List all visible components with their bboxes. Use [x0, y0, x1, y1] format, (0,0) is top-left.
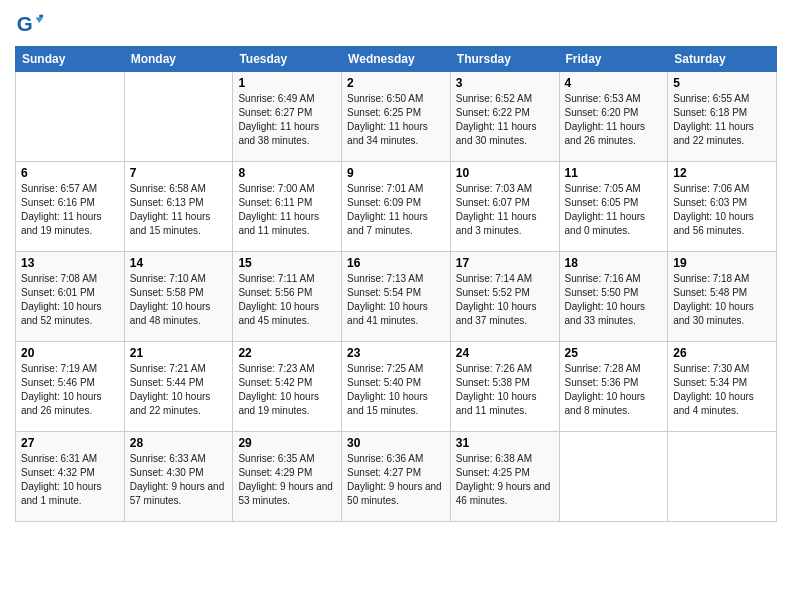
header-cell-monday: Monday	[124, 47, 233, 72]
day-number: 9	[347, 166, 445, 180]
day-content: Sunrise: 7:06 AM Sunset: 6:03 PM Dayligh…	[673, 182, 771, 238]
day-number: 3	[456, 76, 554, 90]
day-cell-empty	[16, 72, 125, 162]
day-number: 20	[21, 346, 119, 360]
day-content: Sunrise: 7:23 AM Sunset: 5:42 PM Dayligh…	[238, 362, 336, 418]
svg-marker-1	[36, 17, 43, 23]
day-content: Sunrise: 6:57 AM Sunset: 6:16 PM Dayligh…	[21, 182, 119, 238]
day-content: Sunrise: 7:16 AM Sunset: 5:50 PM Dayligh…	[565, 272, 663, 328]
day-content: Sunrise: 7:00 AM Sunset: 6:11 PM Dayligh…	[238, 182, 336, 238]
day-number: 25	[565, 346, 663, 360]
day-number: 13	[21, 256, 119, 270]
day-number: 19	[673, 256, 771, 270]
day-number: 15	[238, 256, 336, 270]
logo: G	[15, 10, 45, 38]
header-cell-friday: Friday	[559, 47, 668, 72]
header-cell-saturday: Saturday	[668, 47, 777, 72]
day-number: 24	[456, 346, 554, 360]
day-cell-18: 18Sunrise: 7:16 AM Sunset: 5:50 PM Dayli…	[559, 252, 668, 342]
day-content: Sunrise: 7:26 AM Sunset: 5:38 PM Dayligh…	[456, 362, 554, 418]
day-content: Sunrise: 7:14 AM Sunset: 5:52 PM Dayligh…	[456, 272, 554, 328]
day-number: 6	[21, 166, 119, 180]
day-cell-16: 16Sunrise: 7:13 AM Sunset: 5:54 PM Dayli…	[342, 252, 451, 342]
header-cell-wednesday: Wednesday	[342, 47, 451, 72]
day-cell-6: 6Sunrise: 6:57 AM Sunset: 6:16 PM Daylig…	[16, 162, 125, 252]
calendar-header: SundayMondayTuesdayWednesdayThursdayFrid…	[16, 47, 777, 72]
day-number: 14	[130, 256, 228, 270]
day-cell-empty	[668, 432, 777, 522]
day-content: Sunrise: 6:36 AM Sunset: 4:27 PM Dayligh…	[347, 452, 445, 508]
day-cell-2: 2Sunrise: 6:50 AM Sunset: 6:25 PM Daylig…	[342, 72, 451, 162]
day-cell-4: 4Sunrise: 6:53 AM Sunset: 6:20 PM Daylig…	[559, 72, 668, 162]
day-content: Sunrise: 7:25 AM Sunset: 5:40 PM Dayligh…	[347, 362, 445, 418]
day-number: 31	[456, 436, 554, 450]
day-cell-17: 17Sunrise: 7:14 AM Sunset: 5:52 PM Dayli…	[450, 252, 559, 342]
svg-text:G: G	[17, 12, 33, 35]
day-cell-30: 30Sunrise: 6:36 AM Sunset: 4:27 PM Dayli…	[342, 432, 451, 522]
day-number: 18	[565, 256, 663, 270]
svg-marker-2	[39, 15, 43, 18]
day-number: 28	[130, 436, 228, 450]
day-cell-20: 20Sunrise: 7:19 AM Sunset: 5:46 PM Dayli…	[16, 342, 125, 432]
day-content: Sunrise: 7:30 AM Sunset: 5:34 PM Dayligh…	[673, 362, 771, 418]
week-row-3: 13Sunrise: 7:08 AM Sunset: 6:01 PM Dayli…	[16, 252, 777, 342]
day-content: Sunrise: 6:33 AM Sunset: 4:30 PM Dayligh…	[130, 452, 228, 508]
day-content: Sunrise: 7:28 AM Sunset: 5:36 PM Dayligh…	[565, 362, 663, 418]
week-row-4: 20Sunrise: 7:19 AM Sunset: 5:46 PM Dayli…	[16, 342, 777, 432]
day-cell-7: 7Sunrise: 6:58 AM Sunset: 6:13 PM Daylig…	[124, 162, 233, 252]
day-cell-14: 14Sunrise: 7:10 AM Sunset: 5:58 PM Dayli…	[124, 252, 233, 342]
day-number: 22	[238, 346, 336, 360]
day-content: Sunrise: 6:53 AM Sunset: 6:20 PM Dayligh…	[565, 92, 663, 148]
day-cell-24: 24Sunrise: 7:26 AM Sunset: 5:38 PM Dayli…	[450, 342, 559, 432]
day-content: Sunrise: 6:35 AM Sunset: 4:29 PM Dayligh…	[238, 452, 336, 508]
day-number: 4	[565, 76, 663, 90]
day-cell-29: 29Sunrise: 6:35 AM Sunset: 4:29 PM Dayli…	[233, 432, 342, 522]
day-cell-19: 19Sunrise: 7:18 AM Sunset: 5:48 PM Dayli…	[668, 252, 777, 342]
day-cell-8: 8Sunrise: 7:00 AM Sunset: 6:11 PM Daylig…	[233, 162, 342, 252]
day-content: Sunrise: 6:38 AM Sunset: 4:25 PM Dayligh…	[456, 452, 554, 508]
day-cell-10: 10Sunrise: 7:03 AM Sunset: 6:07 PM Dayli…	[450, 162, 559, 252]
day-cell-31: 31Sunrise: 6:38 AM Sunset: 4:25 PM Dayli…	[450, 432, 559, 522]
day-number: 12	[673, 166, 771, 180]
day-number: 1	[238, 76, 336, 90]
day-cell-9: 9Sunrise: 7:01 AM Sunset: 6:09 PM Daylig…	[342, 162, 451, 252]
day-content: Sunrise: 6:58 AM Sunset: 6:13 PM Dayligh…	[130, 182, 228, 238]
day-cell-22: 22Sunrise: 7:23 AM Sunset: 5:42 PM Dayli…	[233, 342, 342, 432]
header-cell-sunday: Sunday	[16, 47, 125, 72]
day-number: 21	[130, 346, 228, 360]
day-cell-27: 27Sunrise: 6:31 AM Sunset: 4:32 PM Dayli…	[16, 432, 125, 522]
day-content: Sunrise: 6:52 AM Sunset: 6:22 PM Dayligh…	[456, 92, 554, 148]
day-content: Sunrise: 7:03 AM Sunset: 6:07 PM Dayligh…	[456, 182, 554, 238]
day-content: Sunrise: 7:11 AM Sunset: 5:56 PM Dayligh…	[238, 272, 336, 328]
day-number: 17	[456, 256, 554, 270]
day-content: Sunrise: 7:08 AM Sunset: 6:01 PM Dayligh…	[21, 272, 119, 328]
calendar-body: 1Sunrise: 6:49 AM Sunset: 6:27 PM Daylig…	[16, 72, 777, 522]
week-row-1: 1Sunrise: 6:49 AM Sunset: 6:27 PM Daylig…	[16, 72, 777, 162]
day-content: Sunrise: 7:01 AM Sunset: 6:09 PM Dayligh…	[347, 182, 445, 238]
day-content: Sunrise: 7:21 AM Sunset: 5:44 PM Dayligh…	[130, 362, 228, 418]
day-number: 11	[565, 166, 663, 180]
day-content: Sunrise: 6:49 AM Sunset: 6:27 PM Dayligh…	[238, 92, 336, 148]
page-header: G	[15, 10, 777, 38]
day-number: 10	[456, 166, 554, 180]
day-cell-15: 15Sunrise: 7:11 AM Sunset: 5:56 PM Dayli…	[233, 252, 342, 342]
calendar-table: SundayMondayTuesdayWednesdayThursdayFrid…	[15, 46, 777, 522]
day-content: Sunrise: 7:10 AM Sunset: 5:58 PM Dayligh…	[130, 272, 228, 328]
day-number: 5	[673, 76, 771, 90]
week-row-2: 6Sunrise: 6:57 AM Sunset: 6:16 PM Daylig…	[16, 162, 777, 252]
day-number: 30	[347, 436, 445, 450]
day-cell-3: 3Sunrise: 6:52 AM Sunset: 6:22 PM Daylig…	[450, 72, 559, 162]
day-content: Sunrise: 6:55 AM Sunset: 6:18 PM Dayligh…	[673, 92, 771, 148]
day-number: 16	[347, 256, 445, 270]
day-number: 23	[347, 346, 445, 360]
day-number: 27	[21, 436, 119, 450]
header-cell-tuesday: Tuesday	[233, 47, 342, 72]
day-number: 26	[673, 346, 771, 360]
day-cell-21: 21Sunrise: 7:21 AM Sunset: 5:44 PM Dayli…	[124, 342, 233, 432]
day-cell-empty	[124, 72, 233, 162]
day-content: Sunrise: 7:19 AM Sunset: 5:46 PM Dayligh…	[21, 362, 119, 418]
day-content: Sunrise: 7:05 AM Sunset: 6:05 PM Dayligh…	[565, 182, 663, 238]
day-number: 7	[130, 166, 228, 180]
header-row: SundayMondayTuesdayWednesdayThursdayFrid…	[16, 47, 777, 72]
day-number: 29	[238, 436, 336, 450]
